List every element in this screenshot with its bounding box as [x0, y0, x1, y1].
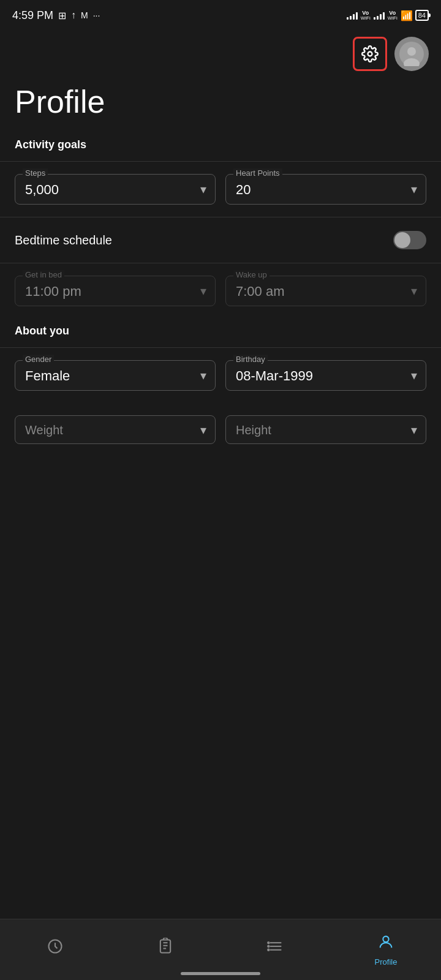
- weight-chevron-icon: ▾: [200, 423, 206, 437]
- battery-icon: 84: [415, 10, 429, 21]
- gender-label: Gender: [23, 355, 54, 364]
- steps-label: Steps: [23, 168, 48, 178]
- svg-point-2: [407, 47, 416, 56]
- timer-icon: [47, 938, 64, 955]
- svg-point-15: [383, 936, 388, 941]
- gmail-icon: M: [81, 10, 88, 20]
- more-icon: ···: [93, 10, 100, 20]
- wake-up-value: 7:00 am: [236, 284, 303, 299]
- list-icon: [267, 938, 284, 959]
- status-bar: 4:59 PM ⊞ ↑ M ··· Vo WiFi Vo WiFi 📶: [0, 0, 441, 31]
- svg-rect-5: [160, 940, 170, 953]
- bedtime-toggle[interactable]: [393, 231, 426, 249]
- signal-bars-2: [374, 11, 385, 20]
- avatar-image: [399, 42, 424, 66]
- height-chevron-icon: ▾: [411, 423, 417, 437]
- hashtag-icon: ⊞: [58, 10, 66, 21]
- get-in-bed-chevron-icon: ▾: [200, 284, 206, 298]
- about-you-section: About you Gender Female ▾ Birthday 08-Ma…: [0, 318, 441, 456]
- birthday-chevron-icon: ▾: [411, 368, 417, 383]
- nav-item-journal[interactable]: [110, 938, 221, 962]
- sleep-row: Get in bed 11:00 pm ▾ Wake up 7:00 am ▾: [0, 263, 441, 318]
- list-icon-svg: [267, 938, 284, 955]
- weight-value: Weight: [25, 423, 81, 437]
- nav-item-profile[interactable]: Profile: [331, 933, 441, 967]
- profile-nav-label: Profile: [375, 957, 398, 967]
- gear-icon: [361, 45, 379, 62]
- wifi-icon: 📶: [401, 10, 413, 21]
- get-in-bed-dropdown[interactable]: Get in bed 11:00 pm ▾: [15, 276, 216, 306]
- svg-point-12: [268, 942, 269, 943]
- time-display: 4:59 PM: [12, 9, 53, 22]
- height-dropdown[interactable]: Height ▾: [225, 415, 426, 444]
- battery-level: 84: [418, 12, 426, 19]
- personal-row-2: Weight ▾ Height ▾: [0, 403, 441, 456]
- height-value: Height: [236, 423, 290, 437]
- goals-row: Steps 5,000 ▾ Heart Points 20 ▾: [0, 162, 441, 217]
- birthday-dropdown[interactable]: Birthday 08-Mar-1999 ▾: [225, 360, 426, 391]
- svg-point-0: [368, 52, 372, 56]
- clipboard-icon: [157, 938, 174, 955]
- gender-dropdown[interactable]: Gender Female ▾: [15, 360, 216, 391]
- journal-icon: [157, 938, 174, 959]
- gender-chevron-icon: ▾: [200, 368, 206, 383]
- wake-up-dropdown[interactable]: Wake up 7:00 am ▾: [225, 276, 426, 306]
- wake-up-label: Wake up: [233, 270, 270, 279]
- get-in-bed-label: Get in bed: [23, 270, 64, 279]
- signal-bars-1: [347, 11, 358, 20]
- vo-wifi-2: Vo WiFi: [388, 10, 398, 21]
- status-indicators: Vo WiFi Vo WiFi 📶 84: [347, 10, 429, 21]
- person-icon: [377, 933, 394, 951]
- profile-nav-icon: [377, 933, 394, 955]
- birthday-label: Birthday: [233, 355, 268, 364]
- birthday-value: 08-Mar-1999: [236, 368, 331, 383]
- home-icon: [47, 938, 64, 959]
- svg-point-13: [268, 946, 269, 947]
- upload-icon: ↑: [71, 10, 76, 21]
- bottom-nav: Profile: [0, 919, 441, 980]
- heart-points-value: 20: [236, 182, 269, 197]
- activity-goals-label: Activity goals: [0, 132, 441, 161]
- header: [0, 31, 441, 77]
- heart-points-dropdown[interactable]: Heart Points 20 ▾: [225, 174, 426, 205]
- gender-value: Female: [25, 368, 88, 383]
- home-indicator: [181, 972, 260, 975]
- steps-value: 5,000: [25, 182, 77, 197]
- bedtime-row: Bedtime schedule: [0, 217, 441, 263]
- svg-point-14: [268, 949, 269, 951]
- status-time: 4:59 PM ⊞ ↑ M ···: [12, 9, 100, 22]
- activity-goals-section: Activity goals Steps 5,000 ▾ Heart Point…: [0, 132, 441, 318]
- settings-button[interactable]: [353, 37, 387, 71]
- heart-points-label: Heart Points: [233, 168, 282, 178]
- heart-points-chevron-icon: ▾: [411, 182, 417, 197]
- steps-chevron-icon: ▾: [200, 182, 206, 197]
- weight-dropdown[interactable]: Weight ▾: [15, 415, 216, 444]
- steps-dropdown[interactable]: Steps 5,000 ▾: [15, 174, 216, 205]
- wake-up-chevron-icon: ▾: [411, 284, 417, 298]
- personal-row-1: Gender Female ▾ Birthday 08-Mar-1999 ▾: [0, 348, 441, 403]
- about-you-label: About you: [0, 318, 441, 347]
- get-in-bed-value: 11:00 pm: [25, 284, 100, 299]
- bedtime-label: Bedtime schedule: [15, 233, 112, 247]
- page-title: Profile: [0, 77, 441, 132]
- vo-wifi-1: Vo WiFi: [361, 10, 371, 21]
- toggle-knob: [394, 232, 410, 248]
- avatar[interactable]: [394, 37, 429, 71]
- nav-item-list[interactable]: [221, 938, 331, 962]
- nav-item-home[interactable]: [0, 938, 110, 962]
